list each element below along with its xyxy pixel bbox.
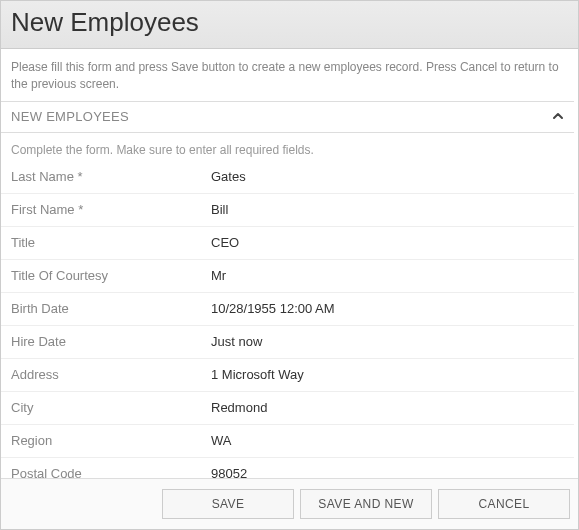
save-button[interactable]: SAVE xyxy=(162,489,294,519)
chevron-up-icon xyxy=(552,108,564,126)
form-row[interactable]: Address1 Microsoft Way xyxy=(1,359,574,392)
field-label: Last Name * xyxy=(11,169,211,184)
form-row[interactable]: Birth Date10/28/1955 12:00 AM xyxy=(1,293,574,326)
instructions-text: Please fill this form and press Save but… xyxy=(1,49,574,101)
field-label: Title xyxy=(11,235,211,250)
form-row[interactable]: Title Of CourtesyMr xyxy=(1,260,574,293)
field-label: Address xyxy=(11,367,211,382)
field-value[interactable]: Just now xyxy=(211,334,564,349)
field-value[interactable]: CEO xyxy=(211,235,564,250)
field-value[interactable]: Bill xyxy=(211,202,564,217)
section-title: NEW EMPLOYEES xyxy=(11,109,129,124)
form-scroll-area[interactable]: Please fill this form and press Save but… xyxy=(1,49,578,478)
window: New Employees Please fill this form and … xyxy=(0,0,579,530)
section-help-text: Complete the form. Make sure to enter al… xyxy=(1,133,574,161)
field-value[interactable]: Mr xyxy=(211,268,564,283)
form-fields: Last Name *GatesFirst Name *BillTitleCEO… xyxy=(1,161,574,478)
form-row[interactable]: Postal Code98052 xyxy=(1,458,574,478)
field-label: Region xyxy=(11,433,211,448)
field-value[interactable]: WA xyxy=(211,433,564,448)
field-value[interactable]: 98052 xyxy=(211,466,564,478)
footer-toolbar: SAVE SAVE AND NEW CANCEL xyxy=(1,478,578,529)
field-value[interactable]: Gates xyxy=(211,169,564,184)
cancel-button[interactable]: CANCEL xyxy=(438,489,570,519)
form-row[interactable]: TitleCEO xyxy=(1,227,574,260)
field-label: First Name * xyxy=(11,202,211,217)
field-label: Birth Date xyxy=(11,301,211,316)
save-and-new-button[interactable]: SAVE AND NEW xyxy=(300,489,432,519)
form-row[interactable]: First Name *Bill xyxy=(1,194,574,227)
field-label: Postal Code xyxy=(11,466,211,478)
field-label: City xyxy=(11,400,211,415)
section-header[interactable]: NEW EMPLOYEES xyxy=(1,101,574,133)
form-row[interactable]: RegionWA xyxy=(1,425,574,458)
form-row[interactable]: Hire DateJust now xyxy=(1,326,574,359)
form-row[interactable]: Last Name *Gates xyxy=(1,161,574,194)
field-label: Hire Date xyxy=(11,334,211,349)
field-value[interactable]: Redmond xyxy=(211,400,564,415)
form-row[interactable]: CityRedmond xyxy=(1,392,574,425)
page-title: New Employees xyxy=(11,7,568,38)
field-label: Title Of Courtesy xyxy=(11,268,211,283)
window-header: New Employees xyxy=(1,1,578,49)
field-value[interactable]: 1 Microsoft Way xyxy=(211,367,564,382)
field-value[interactable]: 10/28/1955 12:00 AM xyxy=(211,301,564,316)
